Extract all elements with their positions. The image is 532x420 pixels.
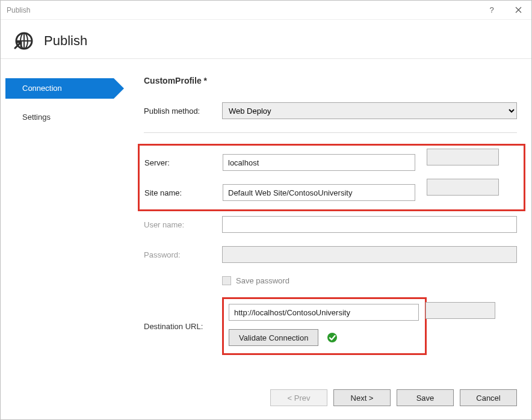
close-button[interactable] — [505, 1, 531, 20]
server-label: Server: — [144, 158, 223, 167]
publish-method-label: Publish method: — [144, 107, 222, 116]
row-save-password: Save password — [222, 276, 517, 285]
publish-dialog: Publish ? Publish Connection Settings — [0, 0, 532, 420]
success-icon — [327, 332, 338, 343]
help-button[interactable]: ? — [478, 1, 505, 20]
footer: < Prev Next > Save Cancel — [1, 377, 531, 419]
page-title: Publish — [44, 33, 87, 49]
svg-point-2 — [327, 333, 337, 342]
save-password-label: Save password — [236, 276, 289, 285]
body: Connection Settings CustomProfile * Publ… — [1, 59, 531, 377]
tab-connection[interactable]: Connection — [5, 78, 114, 99]
save-password-checkbox[interactable] — [222, 276, 231, 285]
destination-group: Destination URL: Validate Connection — [144, 297, 517, 357]
titlebar: Publish ? — [1, 1, 531, 20]
profile-name: CustomProfile * — [144, 76, 517, 85]
password-input[interactable] — [222, 246, 517, 263]
destination-input[interactable] — [229, 304, 419, 321]
highlight-destination: Validate Connection — [222, 297, 427, 355]
site-input-ext[interactable] — [427, 179, 499, 196]
server-input-ext[interactable] — [427, 149, 499, 165]
sidebar: Connection Settings — [5, 76, 126, 377]
row-publish-method: Publish method: Web Deploy — [144, 102, 517, 119]
window-title: Publish — [7, 6, 478, 14]
validate-row: Validate Connection — [229, 329, 419, 346]
row-destination: Destination URL: Validate Connection — [144, 297, 517, 355]
destination-input-ext[interactable] — [425, 302, 495, 319]
tab-settings[interactable]: Settings — [5, 107, 126, 128]
publish-method-select[interactable]: Web Deploy — [222, 102, 517, 119]
server-input[interactable] — [223, 154, 415, 171]
password-label: Password: — [144, 250, 222, 259]
username-input[interactable] — [222, 216, 517, 233]
tab-connection-label: Connection — [22, 84, 62, 93]
close-icon — [515, 7, 522, 13]
header: Publish — [1, 20, 531, 59]
row-username: User name: — [144, 216, 517, 233]
username-label: User name: — [144, 220, 222, 229]
site-label: Site name: — [144, 188, 223, 197]
prev-button[interactable]: < Prev — [270, 389, 327, 406]
site-input[interactable] — [223, 184, 415, 201]
globe-arrow-icon — [14, 31, 34, 51]
row-password: Password: — [144, 246, 517, 263]
save-button[interactable]: Save — [397, 389, 454, 406]
tab-settings-label: Settings — [22, 113, 51, 122]
validate-connection-button[interactable]: Validate Connection — [229, 329, 318, 346]
next-button[interactable]: Next > — [333, 389, 391, 406]
destination-label: Destination URL: — [144, 322, 222, 331]
divider — [144, 132, 517, 133]
main-panel: CustomProfile * Publish method: Web Depl… — [126, 76, 517, 377]
cancel-button[interactable]: Cancel — [460, 389, 517, 406]
